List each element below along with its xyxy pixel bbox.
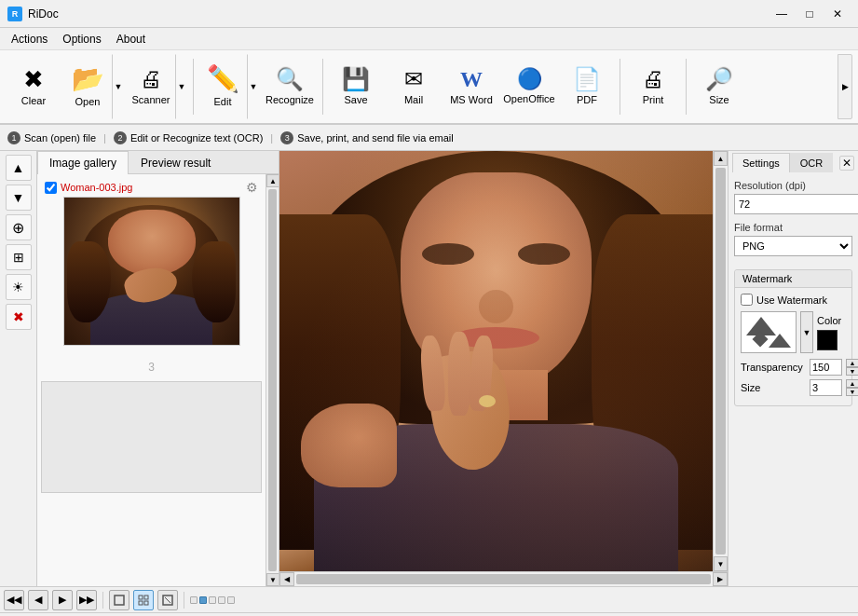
step-label-3: Save, print, and send file via email (297, 132, 454, 144)
resolution-input[interactable] (734, 194, 858, 214)
clear-button[interactable]: ✖ Clear (6, 54, 61, 119)
nav-next-button[interactable]: ▶ (52, 590, 73, 610)
nav-first-button[interactable]: ◀◀ (4, 590, 24, 610)
nav-last-button[interactable]: ▶▶ (76, 590, 97, 610)
save-label: Save (344, 94, 367, 105)
watermark-content: Use Watermark ▼ Color (735, 288, 851, 405)
separator-2 (322, 59, 323, 115)
resolution-row: ••• (734, 194, 852, 214)
nav-dot-4 (218, 596, 225, 604)
mail-button[interactable]: ✉ Mail (386, 54, 442, 119)
settings-tab-ocr[interactable]: OCR (790, 153, 833, 172)
nav-dot-5 (227, 596, 235, 604)
use-watermark-label: Use Watermark (756, 294, 827, 306)
size-up[interactable]: ▲ (846, 379, 858, 388)
color-label: Color (817, 315, 841, 326)
gallery-item-checkbox[interactable] (45, 182, 57, 194)
gallery-item-settings-icon[interactable]: ⚙ (246, 180, 258, 195)
msword-button[interactable]: W MS Word (443, 54, 499, 119)
recognize-button[interactable]: 🔍 Recognize (262, 54, 318, 119)
size-input[interactable] (810, 379, 842, 396)
gallery-item-name: Woman-003.jpg (61, 182, 242, 193)
open-group: 📂 Open ▼ (63, 54, 125, 119)
open-icon: 📂 (72, 66, 104, 92)
gallery-area: Woman-003.jpg ⚙ (37, 174, 279, 586)
menu-about[interactable]: About (109, 31, 153, 48)
scanner-label: Scanner (132, 94, 170, 105)
side-down-button[interactable]: ▼ (6, 185, 32, 211)
side-brightness-button[interactable]: ☀ (6, 274, 32, 300)
print-icon: 🖨 (642, 68, 664, 90)
transparency-input[interactable] (810, 359, 842, 376)
gallery-scroll-down[interactable]: ▼ (266, 573, 279, 586)
toolbar-scroll-right[interactable]: ▶ (838, 54, 852, 119)
msword-label: MS Word (450, 94, 493, 105)
size-down[interactable]: ▼ (846, 388, 858, 396)
file-format-select[interactable]: PNG JPEG TIFF BMP PDF (734, 236, 852, 256)
edit-label: Edit (214, 96, 232, 107)
side-up-button[interactable]: ▲ (6, 155, 32, 181)
side-grid-button[interactable]: ⊞ (6, 244, 32, 270)
view-single-button[interactable] (109, 590, 129, 610)
side-add-button[interactable]: ⊕ (6, 214, 32, 240)
watermark-dropdown-button[interactable]: ▼ (800, 311, 813, 353)
transparency-down[interactable]: ▼ (846, 367, 858, 376)
settings-close-button[interactable]: ✕ (839, 156, 854, 171)
edit-arrow-button[interactable]: ▼ (247, 54, 260, 119)
settings-tabs: Settings OCR (732, 153, 833, 172)
nav-prev-button[interactable]: ◀ (28, 590, 48, 610)
view-fit-button[interactable] (157, 590, 178, 610)
svg-rect-1 (139, 595, 143, 599)
scanner-arrow-button[interactable]: ▼ (175, 54, 188, 119)
scanner-icon: 🖨 (140, 68, 162, 90)
save-button[interactable]: 💾 Save (328, 54, 384, 119)
use-watermark-checkbox[interactable] (741, 294, 753, 306)
preview-scroll-left[interactable]: ◀ (279, 572, 294, 586)
view-grid-button[interactable] (133, 590, 154, 610)
openoffice-label: OpenOffice (503, 93, 554, 104)
empty-page-area (41, 381, 262, 493)
gallery-thumbnail[interactable] (63, 197, 240, 346)
separator-1 (193, 59, 194, 115)
workflow-step-1: 1 Scan (open) file (7, 131, 96, 144)
minimize-button[interactable]: — (769, 4, 795, 24)
side-delete-button[interactable]: ✖ (6, 304, 32, 330)
transparency-label: Transparency (741, 362, 806, 373)
workflow-sep-2: | (270, 132, 273, 144)
nav-indicator (190, 596, 235, 604)
open-button[interactable]: 📂 Open (63, 54, 112, 119)
maximize-button[interactable]: □ (797, 4, 823, 24)
color-picker[interactable] (817, 330, 838, 350)
open-arrow-button[interactable]: ▼ (112, 54, 125, 119)
workflow-step-3: 3 Save, print, and send file via email (280, 131, 454, 144)
print-button[interactable]: 🖨 Print (625, 54, 681, 119)
size-label: Size (741, 382, 806, 393)
scanner-button[interactable]: 🖨 Scanner (127, 54, 175, 119)
close-button[interactable]: ✕ (824, 4, 851, 24)
watermark-section: Watermark Use Watermark ▼ (734, 269, 852, 406)
tab-preview-result[interactable]: Preview result (129, 151, 223, 174)
size-icon: 🔎 (705, 68, 733, 90)
preview-scroll-down[interactable]: ▼ (714, 556, 728, 571)
transparency-spinner: ▲ ▼ (846, 359, 858, 376)
edit-button[interactable]: ✏️ Edit (198, 54, 247, 119)
openoffice-button[interactable]: 🔵 OpenOffice (501, 54, 557, 119)
transparency-row: Transparency ▲ ▼ (741, 359, 846, 376)
preview-scroll-right[interactable]: ▶ (713, 572, 728, 586)
gallery-scroll-up[interactable]: ▲ (266, 174, 279, 187)
clear-label: Clear (21, 95, 46, 106)
menu-actions[interactable]: Actions (4, 31, 55, 48)
view-grid-icon (138, 595, 149, 606)
gallery-item-header: Woman-003.jpg ⚙ (41, 178, 262, 197)
preview-content: ▲ ▼ (279, 151, 728, 571)
settings-tab-settings[interactable]: Settings (732, 153, 790, 172)
tab-image-gallery[interactable]: Image gallery (37, 151, 129, 174)
pdf-button[interactable]: 📄 PDF (559, 54, 615, 119)
print-label: Print (643, 94, 664, 105)
transparency-up[interactable]: ▲ (846, 359, 858, 367)
preview-scroll-up[interactable]: ▲ (714, 151, 728, 166)
size-button[interactable]: 🔎 Size (691, 54, 747, 119)
menu-options[interactable]: Options (55, 31, 108, 48)
gallery-item[interactable]: Woman-003.jpg ⚙ (41, 178, 262, 346)
workflow-bar: 1 Scan (open) file | 2 Edit or Recognize… (0, 125, 858, 151)
